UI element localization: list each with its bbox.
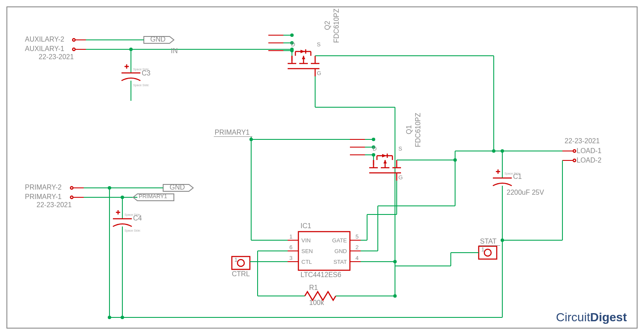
- load2-label: LOAD-2: [577, 157, 601, 164]
- svg-marker-63: [383, 160, 387, 163]
- primary1-net: PRIMARY1: [215, 129, 250, 136]
- circuitdigest-logo: CircuitDigest: [556, 311, 627, 324]
- aux-date: 22-23-2021: [39, 53, 74, 61]
- pri2-label: PRIMARY-2: [25, 184, 61, 191]
- c4-spacer: Space Side:: [125, 213, 141, 216]
- svg-point-108: [501, 238, 504, 242]
- svg-point-130: [484, 249, 491, 256]
- q2-ref: Q2: [324, 21, 331, 30]
- q2-d: D: [291, 41, 295, 48]
- ctrl-pad-pin: 1: [234, 257, 237, 263]
- ic-pin-sen-name: SEN: [301, 248, 313, 254]
- ic-pin-vin-name: VIN: [301, 237, 311, 244]
- svg-point-95: [70, 196, 73, 199]
- svg-point-87: [573, 150, 576, 152]
- logo-digest: Digest: [590, 311, 627, 324]
- svg-marker-29: [302, 56, 305, 59]
- svg-point-125: [393, 294, 397, 298]
- gnd-tag-pri: GND: [170, 184, 185, 191]
- svg-point-17: [290, 33, 294, 37]
- svg-point-127: [237, 260, 244, 266]
- r1-val: 100k: [309, 299, 324, 307]
- load-date: 22-23-2021: [565, 137, 600, 145]
- aux1-label: AUXILARY-1: [25, 45, 64, 53]
- svg-point-1: [73, 39, 75, 41]
- c1-spacer: Space Side:: [504, 172, 521, 175]
- c3-spacer: Space Side:: [133, 68, 149, 71]
- q2-part: FDC610PZ: [333, 9, 340, 43]
- in-net-label: IN: [171, 47, 178, 55]
- pri1-label: PRIMARY-1: [25, 193, 61, 201]
- pri-date: 22-23-2021: [36, 201, 72, 209]
- q2-s: S: [317, 41, 321, 48]
- primary1-tag: PRIMARY1: [139, 193, 167, 199]
- schematic-svg: 1 6 3 5 2 4 VIN SEN CTL GATE GND STAT 1 …: [0, 0, 644, 335]
- ic-pin-gnd-name: GND: [334, 248, 347, 254]
- q1-part: FDC610PZ: [414, 113, 422, 147]
- svg-point-82: [492, 149, 495, 153]
- ic-pin-1-num: 1: [289, 233, 292, 240]
- ic-pin-stat-name: STAT: [334, 259, 347, 265]
- svg-point-93: [70, 187, 73, 189]
- ic-pin-5-num: 5: [355, 233, 358, 240]
- ic-pin-3-num: 3: [289, 255, 292, 261]
- q1-ref: Q1: [405, 125, 413, 134]
- r1-ref: R1: [309, 284, 318, 292]
- ic1-part: LTC4412ES6: [301, 271, 341, 279]
- load1-label: LOAD-1: [577, 147, 601, 155]
- ic-pin-ctl-name: CTL: [301, 259, 312, 265]
- ic-pin-2-num: 2: [355, 244, 358, 250]
- q2-mosfet: [288, 49, 319, 107]
- q1-mosfet: [369, 154, 401, 181]
- svg-marker-67: [382, 154, 386, 157]
- ic-pin-6-num: 6: [289, 244, 292, 250]
- gnd-tag-aux: GND: [150, 36, 166, 43]
- ic1-ref: IC1: [301, 222, 311, 230]
- stat-underline: [479, 245, 500, 246]
- q1-s: S: [398, 145, 402, 152]
- svg-point-51: [372, 138, 375, 141]
- svg-marker-33: [301, 50, 305, 53]
- svg-point-44: [249, 138, 253, 141]
- c4-spacer2: Space Side:: [125, 229, 141, 232]
- c3-spacer2: Space Side:: [133, 84, 149, 87]
- ic-pin-gate-name: GATE: [332, 237, 347, 244]
- q2-g: G: [317, 70, 321, 76]
- svg-point-89: [573, 159, 576, 162]
- stat-net: STAT: [480, 238, 497, 245]
- net-underline: [214, 136, 252, 137]
- ctrl-label: CTRL: [232, 270, 250, 278]
- q1-d: D: [373, 145, 377, 152]
- aux2-label: AUXILARY-2: [25, 36, 64, 43]
- logo-circuit: Circuit: [556, 311, 590, 324]
- stat-pad-pin: 1: [481, 246, 484, 253]
- svg-point-3: [73, 48, 75, 51]
- q1-g: G: [398, 174, 403, 181]
- svg-point-20: [290, 48, 294, 51]
- ic-pin-4-num: 4: [355, 255, 358, 261]
- schematic-canvas: 1 6 3 5 2 4 VIN SEN CTL GATE GND STAT 1 …: [0, 0, 644, 335]
- c1-val: 2200uF 25V: [507, 189, 544, 196]
